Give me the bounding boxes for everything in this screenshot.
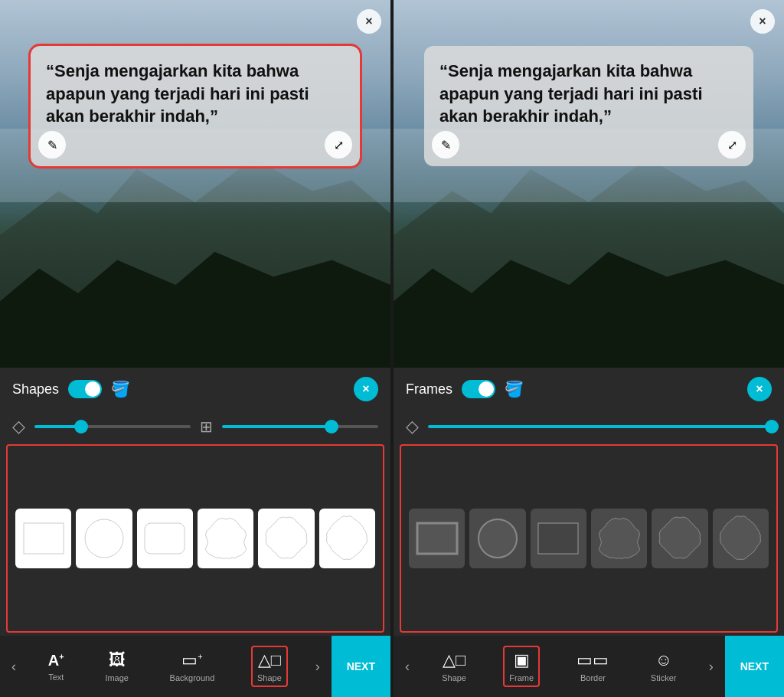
resize-icon-right: ⤢ xyxy=(727,138,737,152)
right-prev-btn[interactable]: ‹ xyxy=(394,636,421,697)
shapes-title: Shapes xyxy=(12,381,59,398)
shapes-panel-header: Shapes 🪣 × xyxy=(0,368,390,411)
quote-text-left: “Senja mengajarkan kita bahwa apapun yan… xyxy=(46,60,345,128)
opacity-row-right: ◇ xyxy=(394,411,784,443)
frame-label: Frame xyxy=(509,673,534,682)
left-toolbar: ‹ A+ Text 🖼 Image ▭+ Background △□ Shape… xyxy=(0,636,390,697)
sticker-label: Sticker xyxy=(651,673,677,682)
text-box-selected[interactable]: “Senja mengajarkan kita bahwa apapun yan… xyxy=(31,46,360,166)
opacity-icon-right: ◇ xyxy=(406,417,419,437)
right-image-panel: “Senja mengajarkan kita bahwa apapun yan… xyxy=(394,0,784,368)
close-button-left[interactable]: × xyxy=(357,9,381,34)
left-image-panel: “Senja mengajarkan kita bahwa apapun yan… xyxy=(0,0,390,368)
toolbar-item-shape[interactable]: △□ Shape xyxy=(251,646,288,687)
frame-scallop-3[interactable] xyxy=(713,509,769,568)
shape-icon-right: △□ xyxy=(443,650,466,670)
resize-button-right[interactable]: ⤢ xyxy=(718,131,746,159)
svg-point-4 xyxy=(479,519,517,558)
right-toolbar: ‹ △□ Shape ▣ Frame ▭▭ Border ☺ Sticker › xyxy=(394,636,784,697)
shape-rounded-rectangle[interactable] xyxy=(137,509,193,568)
opacity-track-right[interactable] xyxy=(428,425,772,428)
shape-scallop-2[interactable] xyxy=(258,509,314,568)
opacity-slider-left[interactable] xyxy=(34,425,191,428)
shapes-grid xyxy=(6,444,384,633)
size-thumb-left[interactable] xyxy=(325,420,338,434)
text-label: Text xyxy=(48,672,64,682)
right-toolbar-items: △□ Shape ▣ Frame ▭▭ Border ☺ Sticker xyxy=(421,646,697,687)
svg-point-1 xyxy=(85,519,123,558)
shapes-toggle[interactable] xyxy=(68,380,102,398)
left-toolbar-items: A+ Text 🖼 Image ▭+ Background △□ Shape xyxy=(28,646,304,687)
shape-label: Shape xyxy=(257,673,282,682)
shape-scallop-1[interactable] xyxy=(198,509,253,568)
resize-button-left[interactable]: ⤢ xyxy=(325,131,352,159)
frame-scallop-2[interactable] xyxy=(652,509,707,568)
border-label: Border xyxy=(580,673,606,682)
frames-panel: Frames 🪣 × ◇ xyxy=(394,368,784,636)
fill-icon-left: 🪣 xyxy=(111,380,130,398)
text-icon: A+ xyxy=(48,652,64,669)
toolbar-item-shape-right[interactable]: △□ Shape xyxy=(437,647,471,686)
frames-title: Frames xyxy=(406,381,452,398)
opacity-icon-left: ◇ xyxy=(12,417,25,437)
compress-icon-left: ⊞ xyxy=(200,417,213,436)
text-box-right[interactable]: “Senja mengajarkan kita bahwa apapun yan… xyxy=(424,46,753,166)
right-next-btn[interactable]: › xyxy=(697,636,725,697)
opacity-row-left: ◇ ⊞ xyxy=(0,411,390,443)
edit-button-right[interactable]: ✎ xyxy=(432,131,459,159)
frames-panel-header: Frames 🪣 × xyxy=(394,368,784,411)
opacity-slider-right[interactable] xyxy=(428,425,772,428)
fill-icon-right: 🪣 xyxy=(505,380,524,398)
frames-grid xyxy=(400,444,778,633)
close-shapes-btn[interactable]: × xyxy=(354,377,378,401)
toolbar-item-frame[interactable]: ▣ Frame xyxy=(503,646,540,687)
left-prev-btn[interactable]: ‹ xyxy=(0,636,28,697)
toolbar-item-text[interactable]: A+ Text xyxy=(44,649,69,685)
shape-icon: △□ xyxy=(258,650,281,670)
opacity-thumb-left[interactable] xyxy=(74,420,88,434)
background-label: Background xyxy=(170,673,215,682)
frame-icon: ▣ xyxy=(514,650,530,670)
frame-scallop-1[interactable] xyxy=(591,509,647,568)
shape-label-right: Shape xyxy=(442,673,466,682)
background-icon: ▭+ xyxy=(181,650,202,670)
frame-rectangle[interactable] xyxy=(409,509,465,568)
shape-rectangle[interactable] xyxy=(15,509,71,568)
sticker-icon: ☺ xyxy=(655,650,671,670)
edit-icon-left: ✎ xyxy=(47,138,57,152)
close-frames-btn[interactable]: × xyxy=(747,377,772,401)
shape-scallop-3[interactable] xyxy=(319,509,375,568)
shapes-panel: Shapes 🪣 × ◇ ⊞ xyxy=(0,368,390,636)
opacity-track-left[interactable] xyxy=(34,425,191,428)
quote-text-right: “Senja mengajarkan kita bahwa apapun yan… xyxy=(439,60,738,128)
svg-rect-5 xyxy=(538,523,578,554)
toolbar-item-image[interactable]: 🖼 Image xyxy=(100,647,133,686)
frames-toggle[interactable] xyxy=(462,380,495,398)
shape-circle[interactable] xyxy=(76,509,132,568)
edit-icon-right: ✎ xyxy=(441,138,451,152)
toolbar-item-border[interactable]: ▭▭ Border xyxy=(572,647,613,686)
size-slider-left[interactable] xyxy=(222,425,378,428)
resize-icon-left: ⤢ xyxy=(334,138,344,152)
right-next-button[interactable]: NEXT xyxy=(725,636,784,697)
toolbar-item-background[interactable]: ▭+ Background xyxy=(165,647,220,686)
border-icon: ▭▭ xyxy=(577,650,609,670)
frame-rectangle-thin[interactable] xyxy=(531,509,586,568)
svg-rect-2 xyxy=(145,523,185,554)
image-icon: 🖼 xyxy=(109,650,126,670)
size-track-left[interactable] xyxy=(222,425,378,428)
close-button-right[interactable]: × xyxy=(750,9,775,34)
image-label: Image xyxy=(105,673,129,682)
edit-button-left[interactable]: ✎ xyxy=(38,131,66,159)
svg-rect-3 xyxy=(417,523,457,554)
frame-circle[interactable] xyxy=(469,509,525,568)
svg-rect-0 xyxy=(24,523,64,554)
left-next-btn[interactable]: › xyxy=(304,636,332,697)
bottom-toolbar: ‹ A+ Text 🖼 Image ▭+ Background △□ Shape… xyxy=(0,636,784,697)
opacity-thumb-right[interactable] xyxy=(765,420,779,434)
toolbar-item-sticker[interactable]: ☺ Sticker xyxy=(646,647,681,686)
left-next-button[interactable]: NEXT xyxy=(332,636,390,697)
